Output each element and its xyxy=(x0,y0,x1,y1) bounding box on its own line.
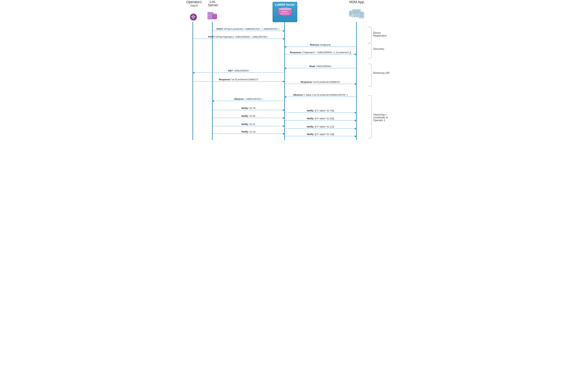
message-label: POST /rd?ep=Operator1 <3361/0/5554>, <33… xyxy=(208,35,269,38)
svg-rect-2 xyxy=(208,14,212,15)
participant-lwm2m-server: LwM2M Server Objects / Resources xyxy=(273,2,297,22)
message-label: Response:”uri://LocServer1/3360/13” xyxy=(301,81,340,83)
message-label: Response: [“Operator1”, <3361/0/5554>..}… xyxy=(290,51,351,54)
devices-icon xyxy=(348,9,364,20)
message-arrow: Observe < 3360/13/5702 > xyxy=(212,101,285,101)
lifeline-locserver xyxy=(212,22,213,140)
operator-sub: (Tag13) xyxy=(186,4,203,7)
message-label: Observe < 3360/13/5702 > xyxy=(234,98,263,100)
cyl-line1: Objects / xyxy=(281,10,289,13)
phase-bracket xyxy=(368,95,372,138)
database-icon: Objects / Resources xyxy=(278,7,292,17)
message-label: POST /rd?ep=LocServer1 <3360/0/5702>, < … xyxy=(217,28,280,30)
message-arrow: Notify: [{”X Value”:31.21}] xyxy=(285,129,356,129)
server-rack-icon xyxy=(207,11,218,20)
message-label: Notify: 31.19 xyxy=(241,130,255,133)
svg-point-7 xyxy=(212,17,217,19)
operator-title: Operator1 xyxy=(186,0,203,4)
message-label: Notify: 32.79 xyxy=(241,107,255,109)
message-label: Retrieve /endpoints xyxy=(310,44,331,46)
target-icon xyxy=(190,13,197,21)
locserver-title: Loc. Server xyxy=(204,0,222,7)
message-arrow: Notify: [{”X Value”:32.79}] xyxy=(285,112,356,113)
svg-rect-13 xyxy=(350,11,351,15)
message-label: Notify: [{”X Value”:31.82}] xyxy=(307,117,334,120)
message-label: Read <3361/0/5554> xyxy=(309,65,332,68)
message-arrow: Retrieve /endpoints xyxy=(285,46,356,47)
m2mapp-title: M2M App. xyxy=(348,0,367,4)
svg-rect-15 xyxy=(360,12,363,17)
message-arrow: Response:”uri://LocServer1/3360/13” xyxy=(193,81,285,82)
message-label: Response:”uri://LocServer1/3360/13” xyxy=(219,78,258,81)
phase-label: Discovery xyxy=(373,47,394,50)
message-arrow: Notify: [{”X Value”:31.19}] xyxy=(285,136,356,136)
message-arrow: POST /rd?ep=Operator1 <3361/0/5554>, <33… xyxy=(193,39,285,39)
lwm2m-title: LwM2M Server xyxy=(273,2,297,7)
svg-rect-10 xyxy=(354,16,359,16)
message-arrow: Read <3361/0/5554> xyxy=(285,68,356,68)
message-arrow: Observe X Value (”uri://LocServer1/3360/… xyxy=(285,97,356,97)
participant-locserver: Loc. Server xyxy=(204,0,222,7)
message-label: Notify: [{”X Value”:31.21}] xyxy=(307,125,334,128)
lifeline-m2mapp xyxy=(356,22,357,140)
message-arrow: Response: [“Operator1”, <3361/0/5554>..}… xyxy=(285,54,356,54)
message-label: GET <3361/0/5554> xyxy=(228,69,249,72)
phase-bracket xyxy=(368,64,372,87)
phase-label: Device Registration xyxy=(373,32,394,37)
message-label: Notify: [{”X Value”:32.79}] xyxy=(307,109,334,112)
phase-bracket xyxy=(368,44,372,58)
message-arrow: Notify: 31.21 xyxy=(212,126,285,126)
svg-rect-4 xyxy=(208,18,212,19)
message-arrow: Notify: 32.79 xyxy=(212,110,285,110)
phase-bracket xyxy=(368,27,372,43)
participant-m2mapp: M2M App. xyxy=(348,0,367,4)
svg-rect-1 xyxy=(208,13,212,14)
message-arrow: POST /rd?ep=LocServer1 <3360/0/5702>, < … xyxy=(212,31,285,31)
phase-label: Observing x coordinate of Operator 1 xyxy=(373,113,394,122)
message-label: Notify: 31.82 xyxy=(241,115,255,117)
message-label: Notify: 31.21 xyxy=(241,123,255,126)
cyl-line2: Resources xyxy=(280,13,289,15)
lifeline-operator xyxy=(193,22,193,140)
sequence-diagram: Operator1 (Tag13) Loc. Server LwM2M Serv… xyxy=(184,0,394,143)
message-arrow: GET <3361/0/5554> xyxy=(193,72,285,73)
message-arrow: Notify: 31.82 xyxy=(212,118,285,118)
message-arrow: Notify: 31.19 xyxy=(212,133,285,134)
svg-rect-3 xyxy=(208,16,212,17)
participant-operator: Operator1 (Tag13) xyxy=(186,0,203,7)
phase-label: Retrieving URI xyxy=(373,72,394,74)
message-arrow: Response:”uri://LocServer1/3360/13” xyxy=(285,84,356,84)
message-arrow: Notify: [{”X Value”:31.82}] xyxy=(285,120,356,121)
message-label: Notify: [{”X Value”:31.19}] xyxy=(307,133,334,135)
message-label: Observe X Value (”uri://LocServer1/3360/… xyxy=(293,93,348,96)
